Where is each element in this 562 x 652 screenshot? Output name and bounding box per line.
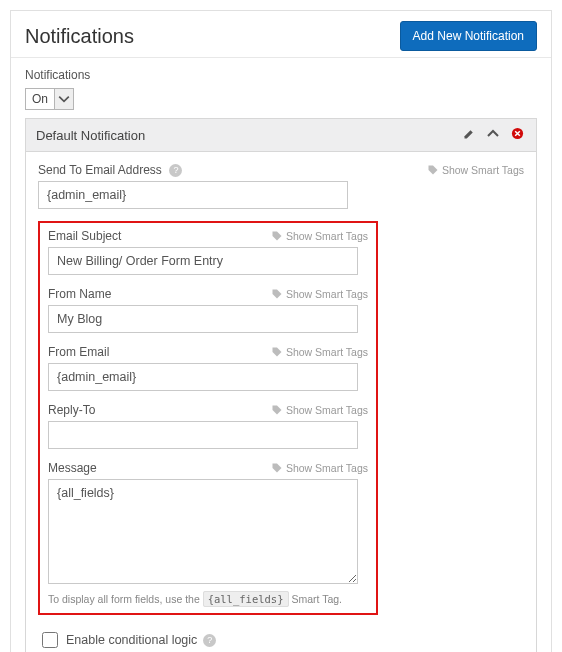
page-header: Notifications Add New Notification [11, 11, 551, 58]
show-smart-tags-link[interactable]: Show Smart Tags [271, 230, 368, 242]
show-smart-tags-link[interactable]: Show Smart Tags [427, 164, 524, 176]
message-label: Message [48, 461, 97, 475]
from-name-input[interactable] [48, 305, 358, 333]
show-smart-tags-link[interactable]: Show Smart Tags [271, 288, 368, 300]
panel-title: Default Notification [36, 128, 454, 143]
panel-body: Send To Email Address ? Show Smart Tags … [26, 152, 536, 652]
send-to-label: Send To Email Address [38, 163, 162, 177]
reply-to-label: Reply-To [48, 403, 95, 417]
page-title: Notifications [25, 25, 134, 48]
notifications-page: Notifications Add New Notification Notif… [10, 10, 552, 652]
notifications-toggle-value: On [26, 89, 55, 109]
smart-tag-hint: To display all form fields, use the {all… [48, 593, 368, 605]
reply-to-row: Reply-To Show Smart Tags [48, 403, 368, 449]
notifications-toggle[interactable]: On [25, 88, 74, 110]
all-fields-code: {all_fields} [203, 591, 289, 607]
show-smart-tags-link[interactable]: Show Smart Tags [271, 404, 368, 416]
message-textarea[interactable] [48, 479, 358, 584]
show-smart-tags-link[interactable]: Show Smart Tags [271, 346, 368, 358]
from-email-row: From Email Show Smart Tags [48, 345, 368, 391]
tag-icon [271, 230, 283, 242]
send-to-input[interactable] [38, 181, 348, 209]
collapse-icon[interactable] [484, 128, 502, 143]
chevron-down-icon [55, 89, 73, 109]
email-subject-label: Email Subject [48, 229, 121, 243]
from-email-input[interactable] [48, 363, 358, 391]
conditional-logic-checkbox[interactable] [42, 632, 58, 648]
notification-panel: Default Notification Send To Email Addre… [25, 118, 537, 652]
tag-icon [271, 288, 283, 300]
from-name-row: From Name Show Smart Tags [48, 287, 368, 333]
from-name-label: From Name [48, 287, 111, 301]
delete-icon[interactable] [508, 127, 526, 143]
tag-icon [271, 462, 283, 474]
panel-header: Default Notification [26, 119, 536, 152]
reply-to-input[interactable] [48, 421, 358, 449]
show-smart-tags-link[interactable]: Show Smart Tags [271, 462, 368, 474]
help-icon[interactable]: ? [169, 164, 182, 177]
email-settings-highlight: Email Subject Show Smart Tags From Name [38, 221, 378, 615]
email-subject-input[interactable] [48, 247, 358, 275]
from-email-label: From Email [48, 345, 109, 359]
message-row: Message Show Smart Tags [48, 461, 368, 587]
help-icon[interactable]: ? [203, 634, 216, 647]
tag-icon [427, 164, 439, 176]
conditional-logic-label: Enable conditional logic [66, 633, 197, 647]
notifications-toggle-section: Notifications On [11, 58, 551, 118]
tag-icon [271, 346, 283, 358]
tag-icon [271, 404, 283, 416]
edit-icon[interactable] [460, 128, 478, 143]
notifications-toggle-label: Notifications [25, 68, 537, 82]
send-to-field-row: Send To Email Address ? Show Smart Tags [38, 162, 524, 209]
email-subject-row: Email Subject Show Smart Tags [48, 229, 368, 275]
conditional-logic-row: Enable conditional logic ? [38, 629, 524, 651]
add-new-notification-button[interactable]: Add New Notification [400, 21, 537, 51]
